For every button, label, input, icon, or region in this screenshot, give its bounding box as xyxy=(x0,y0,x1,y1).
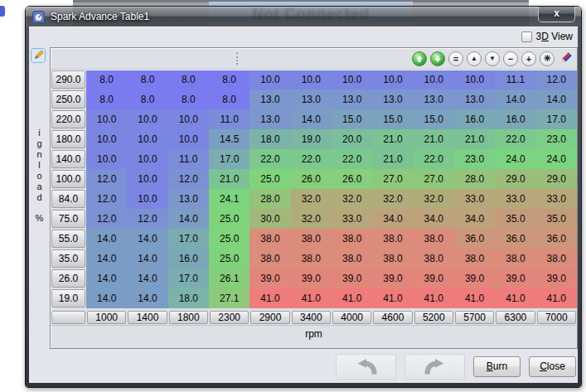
table-cell[interactable]: 14.0 xyxy=(495,90,535,109)
table-cell[interactable]: 10.0 xyxy=(249,70,290,90)
table-cell[interactable]: 25.0 xyxy=(209,229,249,249)
table-cell[interactable]: 29.0 xyxy=(495,169,535,189)
table-cell[interactable]: 41.0 xyxy=(414,288,454,308)
table-cell[interactable]: 13.0 xyxy=(168,189,209,209)
table-cell[interactable]: 10.0 xyxy=(127,169,167,189)
row-header-cell[interactable]: 250.0 xyxy=(51,90,85,109)
table-cell[interactable]: 38.0 xyxy=(249,229,290,249)
table-cell[interactable]: 34.0 xyxy=(414,209,454,229)
table-cell[interactable]: 21.0 xyxy=(414,129,454,149)
table-cell[interactable]: 16.0 xyxy=(454,109,495,129)
table-cell[interactable]: 8.0 xyxy=(209,70,249,90)
table-cell[interactable]: 20.0 xyxy=(332,129,372,149)
table-cell[interactable]: 14.0 xyxy=(86,288,127,308)
table-cell[interactable]: 8.0 xyxy=(127,70,167,90)
table-cell[interactable]: 13.0 xyxy=(249,90,290,109)
col-header-cell[interactable]: 6300 xyxy=(496,311,535,324)
table-cell[interactable]: 12.0 xyxy=(127,209,167,229)
table-cell[interactable]: 18.0 xyxy=(168,288,209,308)
window-titlebar[interactable]: Spark Advance Table1 x xyxy=(26,7,581,27)
table-cell[interactable]: 13.0 xyxy=(249,109,290,129)
row-header-cell[interactable]: 35.0 xyxy=(51,249,85,268)
table-cell[interactable]: 14.0 xyxy=(86,269,127,288)
pencil-edit-icon[interactable] xyxy=(558,51,573,66)
table-cell[interactable]: 38.0 xyxy=(291,229,332,249)
table-cell[interactable]: 38.0 xyxy=(454,249,495,269)
table-cell[interactable]: 15.0 xyxy=(372,109,413,129)
table-cell[interactable]: 16.0 xyxy=(495,109,535,129)
table-cell[interactable]: 38.0 xyxy=(332,249,372,269)
table-cell[interactable]: 41.0 xyxy=(495,288,535,308)
table-cell[interactable]: 41.0 xyxy=(332,288,372,308)
table-cell[interactable]: 22.0 xyxy=(249,149,290,169)
table-cell[interactable]: 24.1 xyxy=(209,189,249,209)
row-header-cell[interactable]: 180.0 xyxy=(51,130,85,148)
table-cell[interactable]: 36.0 xyxy=(495,229,535,249)
table-cell[interactable]: 10.0 xyxy=(332,70,372,90)
table-cell[interactable]: 28.0 xyxy=(249,189,290,209)
table-cell[interactable]: 33.0 xyxy=(495,189,535,209)
table-cell[interactable]: 12.0 xyxy=(536,70,577,90)
table-cell[interactable]: 10.0 xyxy=(86,129,127,149)
table-cell[interactable]: 11.0 xyxy=(209,109,249,129)
table-cell[interactable]: 13.0 xyxy=(332,90,372,109)
table-cell[interactable]: 38.0 xyxy=(249,249,290,269)
col-header-cell[interactable]: 1000 xyxy=(87,311,126,324)
table-cell[interactable]: 38.0 xyxy=(291,249,332,269)
minus-icon[interactable]: − xyxy=(503,51,518,66)
table-cell[interactable]: 39.0 xyxy=(454,269,495,288)
row-header-cell[interactable]: 290.0 xyxy=(51,70,85,89)
table-cell[interactable]: 26.1 xyxy=(209,269,249,288)
col-header-cell[interactable]: 7000 xyxy=(537,311,576,324)
table-cell[interactable]: 10.0 xyxy=(127,129,167,149)
table-cell[interactable]: 41.0 xyxy=(291,288,332,308)
table-cell[interactable]: 17.0 xyxy=(536,109,577,129)
table-cell[interactable]: 13.0 xyxy=(454,90,495,109)
table-cell[interactable]: 14.5 xyxy=(209,129,249,149)
row-header-cell[interactable]: 100.0 xyxy=(51,170,85,188)
col-header-cell[interactable]: 1800 xyxy=(169,311,208,324)
table-cell[interactable]: 12.0 xyxy=(86,209,127,229)
table-cell[interactable]: 10.0 xyxy=(372,70,413,90)
plus-icon[interactable]: + xyxy=(521,51,536,66)
table-cell[interactable]: 32.0 xyxy=(414,189,454,209)
table-cell[interactable]: 22.0 xyxy=(414,149,454,169)
table-cell[interactable]: 12.0 xyxy=(86,189,127,209)
col-header-cell[interactable]: 4000 xyxy=(332,311,371,324)
table-cell[interactable]: 27.1 xyxy=(209,288,249,308)
table-cell[interactable]: 38.0 xyxy=(414,229,454,249)
table-cell[interactable]: 39.0 xyxy=(372,269,413,288)
row-header-cell[interactable]: 26.0 xyxy=(51,269,85,288)
table-cell[interactable]: 26.0 xyxy=(332,169,372,189)
table-cell[interactable]: 14.0 xyxy=(127,288,167,308)
table-cell[interactable]: 14.0 xyxy=(127,229,167,249)
table-cell[interactable]: 15.0 xyxy=(414,109,454,129)
col-header-cell[interactable]: 2300 xyxy=(210,311,249,324)
table-cell[interactable]: 17.0 xyxy=(168,269,209,288)
increase-value-icon[interactable] xyxy=(412,51,427,66)
table-cell[interactable]: 21.0 xyxy=(209,169,249,189)
table-cell[interactable]: 10.0 xyxy=(414,70,454,90)
table-cell[interactable]: 21.0 xyxy=(454,129,495,149)
table-cell[interactable]: 17.0 xyxy=(168,229,209,249)
table-cell[interactable]: 21.0 xyxy=(372,129,413,149)
table-cell[interactable]: 33.0 xyxy=(454,189,495,209)
table-cell[interactable]: 32.0 xyxy=(372,189,413,209)
table-cell[interactable]: 32.0 xyxy=(291,189,332,209)
table-cell[interactable]: 26.0 xyxy=(291,169,332,189)
table-cell[interactable]: 39.0 xyxy=(536,269,577,288)
table-cell[interactable]: 13.0 xyxy=(291,90,332,109)
table-cell[interactable]: 10.0 xyxy=(127,109,167,129)
table-cell[interactable]: 10.0 xyxy=(86,149,127,169)
table-cell[interactable]: 12.0 xyxy=(86,169,127,189)
table-cell[interactable]: 24.0 xyxy=(495,149,535,169)
table-cell[interactable]: 35.0 xyxy=(495,209,535,229)
table-cell[interactable]: 14.0 xyxy=(291,109,332,129)
undo-button[interactable] xyxy=(336,354,396,380)
table-cell[interactable]: 8.0 xyxy=(168,90,209,109)
table-cell[interactable]: 8.0 xyxy=(86,70,127,90)
increment-icon[interactable]: ▲ xyxy=(467,51,482,66)
table-cell[interactable]: 38.0 xyxy=(372,229,413,249)
decrement-icon[interactable]: ▼ xyxy=(485,51,500,66)
table-cell[interactable]: 14.0 xyxy=(127,249,167,269)
